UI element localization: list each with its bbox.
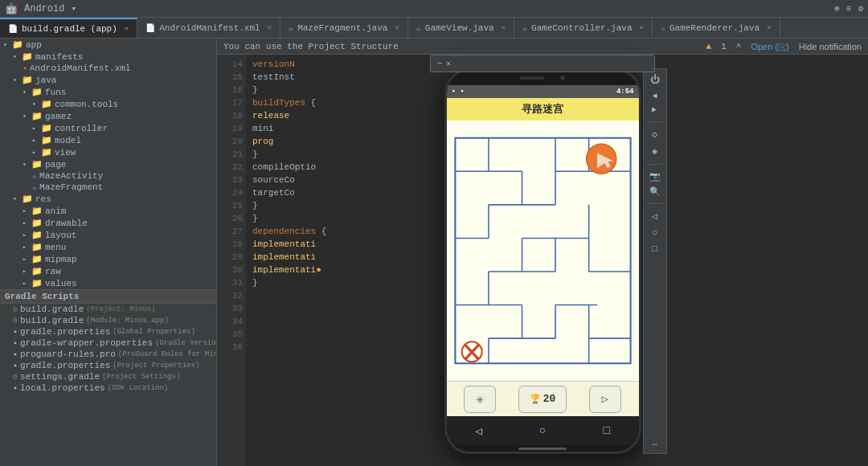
toolbar-icon-3[interactable]: ⚙ [858, 3, 863, 14]
tab-androidmanifest[interactable]: 📄 AndroidManifest.xml ✕ [137, 18, 280, 38]
sidebar-label-model: model [55, 136, 81, 145]
tab-label-androidmanifest: AndroidManifest.xml [159, 23, 260, 33]
phone-container: ▪ ▪ 4:54 寻路迷宫 [444, 68, 641, 454]
score-value: 20 [543, 393, 556, 405]
settings-button[interactable]: ✳ [464, 386, 496, 413]
sidebar-item-settings-gradle[interactable]: ⚙ settings.gradle (Project Settings) [0, 371, 216, 382]
sidebar-item-gradle-props-global[interactable]: ▪ gradle.properties (Global Properties) [0, 326, 216, 337]
phone-camera [560, 76, 565, 80]
tab-mazefragment[interactable]: ☕ MazeFragment.java ✕ [280, 18, 408, 38]
xml-file-icon: ▪ [23, 64, 27, 73]
phone-controls-bar: ✳ 🏆 20 ▷ [447, 381, 639, 416]
chevron-right-icon-anim: ▸ [23, 207, 29, 215]
gradle-icon-3: ⚙ [13, 372, 18, 382]
sidebar-item-androidmanifest[interactable]: ▪ AndroidManifest.xml [0, 63, 216, 74]
props-icon-1: ▪ [13, 328, 18, 337]
sidebar-item-gamez[interactable]: ▾ 📁 gamez [0, 110, 216, 122]
recent-nav-icon[interactable]: □ [603, 424, 609, 437]
sidebar-item-build-gradle-project[interactable]: ⚙ build.gradle (Project: Minos) [0, 304, 216, 315]
sidebar-item-mipmap[interactable]: ▸ 📁 mipmap [0, 253, 216, 265]
svg-point-31 [461, 341, 481, 362]
toolbar-icon-2[interactable]: ≡ [846, 4, 852, 14]
back-nav-icon[interactable]: ◁ [475, 424, 481, 438]
hide-notification-button[interactable]: Hide notification [799, 42, 862, 51]
settings-icon: ✳ [477, 391, 485, 407]
dropdown-icon[interactable]: ▾ [71, 3, 76, 14]
sidebar-label-common-tools: common.tools [55, 100, 118, 109]
gradle-icon-2: ⚙ [13, 316, 18, 325]
sidebar-item-funs[interactable]: ▾ 📁 funs [0, 86, 216, 98]
sidebar-item-values[interactable]: ▸ 📁 values [0, 277, 216, 289]
folder-icon-funs: 📁 [31, 87, 43, 97]
tab-close-build-gradle[interactable]: ✕ [125, 24, 129, 33]
tab-label-gameview: GameView.java [425, 23, 494, 33]
tab-close-mazefragment[interactable]: ✕ [395, 23, 399, 32]
sidebar-label-mazeactivity: MazeActivity [39, 171, 103, 181]
sidebar-label-anim: anim [45, 206, 66, 216]
tab-close-gameview[interactable]: ✕ [502, 23, 506, 32]
badge-settings: (Project Settings) [102, 373, 180, 381]
folder-icon-gamez: 📁 [31, 111, 43, 121]
app-title: 寻路迷宫 [522, 102, 563, 117]
sidebar-item-anim[interactable]: ▸ 📁 anim [0, 205, 216, 217]
notification-bar: You can use the Project Structure ▲ 1 ^ … [217, 39, 868, 55]
tab-gamerenderer[interactable]: ☕ GameRenderer.java ✕ [653, 18, 780, 38]
tab-icon-xml: 📄 [145, 23, 155, 33]
sidebar-item-layout[interactable]: ▸ 📁 layout [0, 229, 216, 241]
tab-close-gamecontroller[interactable]: ✕ [640, 23, 644, 32]
chevron-down-icon: ▾ [3, 41, 10, 48]
sidebar-label-java: java [35, 76, 56, 85]
folder-icon-drawable: 📁 [31, 218, 43, 228]
sidebar-item-view[interactable]: ▸ 📁 view [0, 146, 216, 158]
folder-icon-controller: 📁 [41, 123, 52, 133]
chevron-right-icon-model: ▸ [32, 137, 39, 144]
sidebar-item-manifests[interactable]: ▾ 📁 manifests [0, 51, 216, 63]
home-nav-icon[interactable]: ○ [539, 424, 546, 437]
chevron-right-icon-drawable: ▸ [23, 219, 29, 227]
tab-build-gradle-app[interactable]: 📄 build.gradle (app) ✕ [0, 18, 137, 38]
props-icon-2: ▪ [13, 339, 18, 348]
sidebar-item-gradle-props-project[interactable]: ▪ gradle.properties (Project Properties) [0, 360, 216, 371]
sidebar-item-proguard[interactable]: ▪ proguard-rules.pro (ProGuard Rules for… [0, 349, 216, 360]
sidebar-label-mazefragment: MazeFragment [39, 182, 103, 192]
sidebar-label-manifests: manifests [35, 52, 83, 62]
notification-text: You can use the Project Structure [223, 42, 399, 51]
sidebar-item-gradle-wrapper-props[interactable]: ▪ gradle-wrapper.properties (Gradle Vers… [0, 337, 216, 349]
tab-gameview[interactable]: ☕ GameView.java ✕ [408, 18, 514, 38]
toolbar-icon-1[interactable]: ⊕ [834, 3, 840, 14]
sidebar-item-page[interactable]: ▾ 📁 page [0, 158, 216, 170]
sidebar-label-gamez: gamez [45, 112, 72, 121]
folder-icon-raw: 📁 [31, 266, 43, 276]
open-button[interactable]: Open (⌹;) [751, 42, 788, 51]
tab-close-androidmanifest[interactable]: ✕ [268, 23, 272, 32]
caret-icon: ^ [736, 42, 742, 51]
chevron-right-icon-menu: ▸ [23, 243, 29, 251]
sidebar-label-app: app [26, 40, 42, 50]
sidebar-item-model[interactable]: ▸ 📁 model [0, 134, 216, 146]
sidebar-item-res[interactable]: ▾ 📁 res [0, 193, 216, 205]
play-button[interactable]: ▷ [589, 386, 621, 413]
sidebar-item-app[interactable]: ▾ 📁 app [0, 39, 216, 51]
sidebar-item-drawable[interactable]: ▸ 📁 drawable [0, 217, 216, 229]
sidebar-item-mazefragment[interactable]: ☕ MazeFragment [0, 182, 216, 193]
sidebar-item-controller[interactable]: ▸ 📁 controller [0, 122, 216, 134]
sidebar-item-menu[interactable]: ▸ 📁 menu [0, 241, 216, 253]
badge-project-props: (Project Properties) [113, 362, 199, 370]
sidebar-item-java[interactable]: ▾ 📁 java [0, 74, 216, 86]
chevron-right-icon-ctrl: ▸ [32, 125, 39, 132]
main-content: ▾ 📁 app ▾ 📁 manifests ▪ AndroidManifest.… [0, 39, 868, 466]
sidebar-label-proguard: proguard-rules.pro [20, 350, 116, 359]
sidebar-item-mazeactivity[interactable]: ☕ MazeActivity [0, 170, 216, 182]
tab-icon-gradle: 📄 [8, 24, 18, 34]
gradle-scripts-label: Gradle Scripts [5, 292, 79, 301]
sidebar-item-common-tools[interactable]: ▾ 📁 common.tools [0, 98, 216, 110]
sidebar-item-build-gradle-module[interactable]: ⚙ build.gradle (Module: Minos.app) [0, 315, 216, 326]
sidebar-label-gradle-wrapper-props: gradle-wrapper.properties [20, 338, 153, 348]
sidebar-item-raw[interactable]: ▸ 📁 raw [0, 265, 216, 277]
badge-proguard: (ProGuard Rules for Minos.app) [118, 350, 217, 358]
tab-close-gamerenderer[interactable]: ✕ [767, 23, 771, 32]
top-bar: 🤖 Android ▾ ⊕ ≡ ⚙ [0, 0, 868, 18]
sidebar-item-local-props[interactable]: ▪ local.properties (SDK Location) [0, 382, 216, 394]
phone-nav-bar: ◁ ○ □ [447, 416, 639, 445]
tab-gamecontroller[interactable]: ☕ GameController.java ✕ [514, 18, 653, 38]
